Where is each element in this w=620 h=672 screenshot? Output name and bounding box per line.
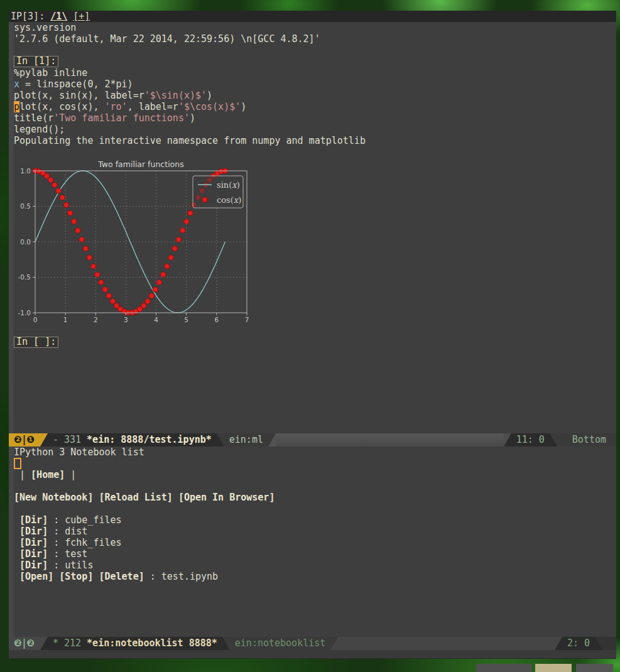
buffer-line[interactable]: %pylab inline [14,67,366,79]
taskbar-block[interactable] [576,664,613,672]
powerline-separator [268,433,276,447]
buffer-line[interactable]: [Open] [Stop] [Delete] : test.ipynb [14,571,275,582]
text-run: , label=r [128,101,178,112]
powerline-separator [40,433,48,447]
text-run: sys.version [14,22,76,33]
text-run: : utils [48,560,93,571]
line-column-indicator: 2: 0 [567,637,590,649]
string-literal: '$\sin(x)$' [144,90,207,101]
buffer-line[interactable]: sys.version [14,22,366,33]
empty-cell-prompt-row[interactable]: In [ ]: [14,337,58,348]
buffer-line[interactable]: title(r'Two familiar functions') [14,112,366,124]
powerline-separator [504,433,511,447]
open-in-browser-button[interactable]: [Open In Browser] [178,492,275,503]
svg-text:4: 4 [154,316,158,323]
chart-canvas: 01234567-1.0-0.50.00.51.0Two familiar fu… [14,159,278,325]
inactive-cursor [14,458,21,469]
svg-text:5: 5 [184,316,188,323]
modeline-notebooklist[interactable]: ❷|❷ * 212 *ein:notebooklist 8888* ein:no… [9,637,616,650]
buffer-line[interactable] [14,503,275,514]
text-run [14,571,19,582]
modeline-notebook[interactable]: ❷|❶ - 331 *ein: 8888/test.ipynb* ein:ml … [9,433,616,447]
stop-notebook-button[interactable]: [Stop] [59,571,93,582]
buffer-line[interactable]: x = linspace(0, 2*pi) [14,79,366,90]
open-notebook-button[interactable]: [Open] [19,571,53,582]
text-run: ) [190,112,195,124]
dir-button[interactable]: [Dir] [19,548,48,560]
buffer-line[interactable]: In [1]: [14,56,366,67]
buffer-line[interactable] [14,45,366,56]
delete-notebook-button[interactable]: [Delete] [99,571,144,582]
text-run: title(r [14,112,53,124]
dir-button[interactable]: [Dir] [19,537,48,548]
left-fringe [9,22,14,648]
buffer-line[interactable]: plot(x, sin(x), label=r'$\sin(x)$') [14,90,366,101]
taskbar-block[interactable] [476,664,531,672]
home-button[interactable]: [Home] [31,469,65,480]
buffer-line[interactable]: | [Home] | [14,469,275,480]
buffer-line[interactable]: [Dir] : test [14,548,275,560]
buffer-line[interactable] [14,458,275,469]
text-run: legend(); [14,124,65,135]
buffer-line[interactable]: [Dir] : fchk_files [14,537,275,548]
buffer-line[interactable]: [Dir] : dist [14,526,275,537]
modeline-tail [602,637,616,650]
svg-text:sin(x): sin(x) [217,180,240,190]
text-run: Populating the interactive namespace fro… [14,135,366,146]
svg-text:3: 3 [124,316,128,323]
dir-button[interactable]: [Dir] [19,514,48,526]
variable-name: x [14,79,19,90]
dir-button[interactable]: [Dir] [19,526,48,537]
matplotlib-figure: 01234567-1.0-0.50.00.51.0Two familiar fu… [14,159,278,325]
text-run: | [14,469,31,480]
string-literal: 'ro' [105,101,128,112]
text-run: IPython 3 Notebook list [14,447,144,458]
dir-button[interactable]: [Dir] [19,560,48,571]
buffer-line[interactable]: plot(x, cos(x), 'ro', label=r'$\cos(x)$'… [14,101,366,112]
input-prompt-1: In [1]: [14,56,58,67]
text-run [53,571,59,582]
buffer-line[interactable]: [Dir] : utils [14,560,275,571]
text-run: : dist [48,526,87,537]
buffer-name[interactable]: *ein: 8888/test.ipynb* [87,434,212,445]
scroll-position: Bottom [572,434,606,445]
emacs-frame: IP[3]:/1\[+] sys.version'2.7.6 (default,… [9,11,616,659]
svg-text:6: 6 [215,316,219,323]
buffer-line[interactable]: Populating the interactive namespace fro… [14,135,366,146]
text-run: '2.7.6 (default, Mar 22 2014, 22:59:56) … [14,33,320,45]
buffer-position: - 331 [53,434,81,445]
buffer-line[interactable] [14,480,275,492]
svg-text:2: 2 [94,316,98,323]
buffer-line[interactable]: '2.7.6 (default, Mar 22 2014, 22:59:56) … [14,33,366,45]
buffer-line[interactable]: [Dir] : cube_files [14,514,275,526]
buffer-line[interactable]: IPython 3 Notebook list [14,447,275,458]
notebook-buffer[interactable]: sys.version'2.7.6 (default, Mar 22 2014,… [14,22,366,146]
buffer-name[interactable]: *ein:notebooklist 8888* [87,637,217,649]
tab-current[interactable]: /1\ [50,11,67,22]
window-number-badge: ❷|❶ [9,433,40,447]
notebooklist-buffer[interactable]: IPython 3 Notebook list | [Home] |[New N… [14,447,275,582]
major-mode[interactable]: ein:ml [229,434,263,445]
reload-list-button[interactable]: [Reload List] [99,492,172,503]
svg-text:7: 7 [245,316,249,323]
svg-text:cos(x): cos(x) [217,195,241,205]
buffer-line[interactable]: [New Notebook] [Reload List] [Open In Br… [14,492,275,503]
window-number-badge: ❷|❷ [9,637,40,650]
taskbar-block[interactable] [535,664,572,672]
buffer-line[interactable]: legend(); [14,124,366,135]
powerline-separator [555,637,562,650]
svg-text:0.0: 0.0 [20,238,31,246]
text-run [14,548,19,560]
string-literal: 'Two familiar functions' [53,112,190,124]
new-notebook-button[interactable]: [New Notebook] [14,492,93,503]
svg-text:-1.0: -1.0 [18,309,31,317]
text-run [14,537,19,548]
line-column-indicator: 11: 0 [516,434,545,445]
buffer-position: * 212 [53,637,81,649]
tab-new-button[interactable]: [+] [73,11,90,22]
text-run [14,560,19,571]
svg-text:1: 1 [63,316,68,323]
text-run: lot(x, cos(x), [19,101,104,112]
minibuffer[interactable] [9,650,616,658]
major-mode[interactable]: ein:notebooklist [235,637,326,649]
